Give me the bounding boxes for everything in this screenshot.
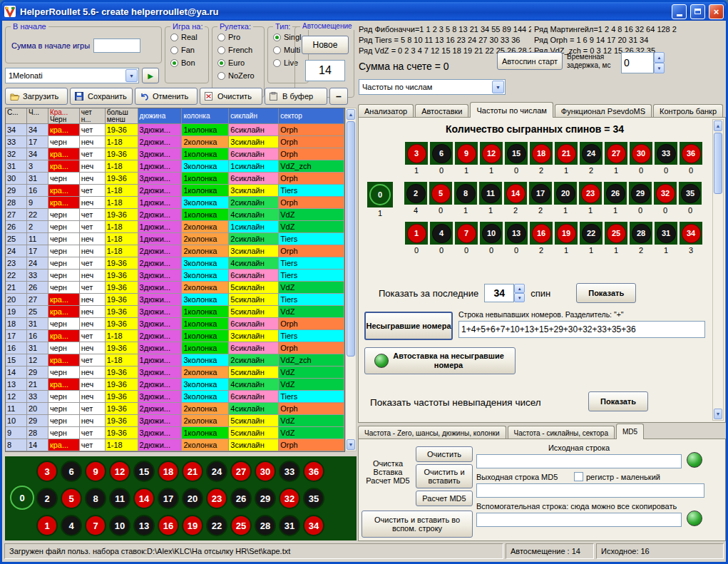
tab-autobets[interactable]: Автоставки (415, 104, 468, 118)
minus-button[interactable]: – (329, 88, 348, 105)
spinner-up-icon[interactable]: ▲ (654, 52, 665, 63)
md5-calc-button[interactable]: Расчет MD5 (416, 491, 473, 506)
tab-freq-zero-chances[interactable]: Частота - Zero, шансы, дюжины, колонки (358, 426, 506, 439)
scroll-up-icon[interactable]: ▲ (347, 109, 355, 120)
show-frequencies-button[interactable]: Показать (588, 391, 648, 411)
to-buffer-button[interactable]: В буфер (265, 88, 327, 105)
spinner-down-icon[interactable]: ▼ (514, 293, 525, 302)
chevron-down-icon[interactable]: ▼ (125, 69, 138, 82)
title-bar[interactable]: HelperRoullet 5.6- create helperroullet@… (0, 0, 728, 21)
board-number-0[interactable]: 0 (10, 486, 34, 510)
spin-row[interactable]: 1831черннеч19-363дюжи...1колонка6сиклайн… (6, 318, 344, 330)
radio-bon[interactable]: Bon (170, 58, 208, 67)
freq-number-30[interactable]: 300 (629, 142, 653, 176)
radio-fan[interactable]: Fan (170, 46, 208, 54)
md5-helper-go-button[interactable] (687, 511, 702, 526)
radio-nozero[interactable]: NoZero (217, 71, 264, 80)
spin-row[interactable]: 1233черннеч19-363дюжи...3колонка6сиклайн… (6, 391, 344, 403)
freq-number-34[interactable]: 343 (679, 222, 703, 256)
board-number-24[interactable]: 24 (206, 461, 227, 482)
md5-helper-input[interactable] (476, 513, 682, 527)
board-number-4[interactable]: 4 (61, 515, 82, 536)
board-number-6[interactable]: 6 (61, 461, 82, 482)
board-number-18[interactable]: 18 (158, 461, 179, 482)
spin-row[interactable]: 2916кра...чет1-182дюжи...1колонка3сиклай… (6, 185, 344, 197)
spin-row[interactable]: 1029черннеч19-363дюжи...2колонка5сиклайн… (6, 415, 344, 427)
spinner-up-icon[interactable]: ▲ (514, 284, 525, 293)
freq-number-10[interactable]: 100 (479, 222, 503, 256)
spin-row[interactable]: 2027кра...неч19-363дюжи...3колонка5сикла… (6, 294, 344, 306)
show-last-input[interactable] (484, 284, 514, 302)
spin-row[interactable]: 1925кра...неч19-363дюжи...1колонка5сикла… (6, 306, 344, 318)
spin-row[interactable]: 2722чернчет19-362дюжи...1колонка4сиклайн… (6, 209, 344, 221)
board-number-16[interactable]: 16 (158, 515, 179, 536)
freq-number-1[interactable]: 10 (404, 222, 429, 256)
spin-row[interactable]: 928чернчет19-363дюжи...1колонка5сиклайнV… (6, 427, 344, 439)
spin-row[interactable]: 2417черннеч1-182дюжи...2колонка3сиклайнO… (6, 245, 344, 257)
freq-number-21[interactable]: 211 (554, 142, 578, 176)
freq-number-14[interactable]: 142 (503, 182, 528, 219)
freq-number-12[interactable]: 121 (479, 142, 503, 176)
load-button[interactable]: Загрузить (5, 88, 68, 105)
freq-number-32[interactable]: 320 (653, 182, 677, 219)
board-number-31[interactable]: 31 (279, 515, 300, 536)
radio-french[interactable]: French (217, 46, 264, 54)
spin-row[interactable]: 1321кра...неч19-362дюжи...3колонка4сикла… (6, 379, 344, 391)
radio-pro[interactable]: Pro (217, 33, 264, 41)
missing-numbers-button[interactable]: Несыгравшие номера (364, 312, 453, 340)
table-scrollbar[interactable]: ▲ ▼ (345, 108, 357, 451)
freq-number-9[interactable]: 91 (454, 142, 478, 176)
new-button[interactable]: Новое (302, 36, 349, 54)
freq-number-36[interactable]: 360 (679, 142, 703, 176)
md5-clear-helper-button[interactable]: Очистить и вставить во вспом. строку (362, 511, 473, 538)
md5-source-input[interactable] (476, 454, 682, 468)
spin-row[interactable]: 814кра...чет1-182дюжи...2колонка3сиклайн… (6, 439, 344, 451)
freq-number-15[interactable]: 150 (504, 142, 528, 176)
autobet-missing-button[interactable]: Автоставка на несыгравшие номера (364, 347, 516, 374)
spin-row[interactable]: 2126чернчет19-363дюжи...2колонка5сиклайн… (6, 282, 344, 294)
scroll-down-icon[interactable]: ▼ (347, 439, 355, 450)
md5-clear-paste-button[interactable]: Очистить и вставить (416, 464, 473, 488)
board-number-20[interactable]: 20 (182, 488, 203, 509)
board-number-12[interactable]: 12 (109, 461, 130, 482)
board-number-30[interactable]: 30 (255, 461, 276, 482)
tab-frequencies[interactable]: Частоты по числам (470, 102, 553, 118)
spin-row[interactable]: 1120чернчет19-362дюжи...2колонка4сиклайн… (6, 403, 344, 415)
panel-scrollbar[interactable]: ▲ ▼ (712, 119, 724, 421)
spin-row[interactable]: 2511черннеч1-181дюжи...2колонка2сиклайнT… (6, 233, 344, 245)
freq-number-7[interactable]: 70 (454, 222, 478, 256)
board-number-5[interactable]: 5 (61, 488, 82, 509)
freq-number-31[interactable]: 311 (654, 222, 678, 256)
board-number-35[interactable]: 35 (303, 488, 324, 509)
freq-number-29[interactable]: 290 (628, 182, 652, 219)
board-number-21[interactable]: 21 (182, 461, 203, 482)
radio-real[interactable]: Real (170, 33, 208, 41)
board-number-3[interactable]: 3 (36, 461, 58, 482)
freq-number-27[interactable]: 271 (604, 142, 628, 176)
tab-md5[interactable]: MD5 (616, 424, 644, 439)
autospin-start-button[interactable]: Автоспин старт (497, 52, 563, 70)
freq-number-22[interactable]: 221 (579, 222, 603, 256)
freq-number-4[interactable]: 40 (429, 222, 453, 256)
register-checkbox[interactable] (574, 472, 583, 481)
tab-functional-psevdoms[interactable]: Функционал PsevdoMS (555, 104, 652, 118)
spin-row[interactable]: 1512кра...чет1-181дюжи...3колонка2сиклай… (6, 354, 344, 366)
spin-row[interactable]: 3434кра...чет19-363дюжи...1колонка6сикла… (6, 124, 344, 136)
tab-freq-sixlines-sectors[interactable]: Частота - сиклайны, сектора (508, 426, 615, 439)
board-number-28[interactable]: 28 (255, 515, 276, 536)
play-button[interactable]: ▶ (142, 68, 159, 83)
freq-number-11[interactable]: 111 (478, 182, 503, 219)
tab-bankroll-control[interactable]: Контроль банкр (653, 104, 723, 118)
delay-input[interactable] (621, 52, 654, 73)
freq-number-33[interactable]: 330 (654, 142, 678, 176)
freq-number-17[interactable]: 172 (528, 182, 553, 219)
board-number-25[interactable]: 25 (230, 515, 252, 536)
clear-table-button[interactable]: Очистить (200, 88, 262, 105)
board-number-15[interactable]: 15 (133, 461, 155, 482)
board-number-23[interactable]: 23 (206, 488, 227, 509)
spin-row[interactable]: 313кра...неч1-181дюжи...3колонка1сиклайн… (6, 160, 344, 173)
spin-row[interactable]: 1429черннеч19-363дюжи...2колонка5сиклайн… (6, 366, 344, 379)
board-number-2[interactable]: 2 (36, 488, 58, 509)
chevron-down-icon[interactable]: ▼ (492, 81, 504, 93)
board-number-29[interactable]: 29 (255, 488, 276, 509)
